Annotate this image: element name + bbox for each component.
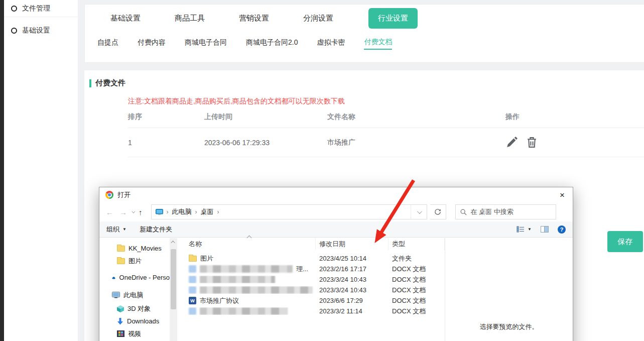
refresh-icon bbox=[434, 208, 441, 215]
tree-scrollbar[interactable] bbox=[170, 238, 177, 341]
breadcrumb-separator: › bbox=[167, 208, 169, 215]
file-row-marketing-agreement[interactable]: W 市场推广协议 2023/6/6 17:29 DOCX 文档 bbox=[177, 295, 445, 306]
tab-profit-settings[interactable]: 分润设置 bbox=[286, 14, 350, 23]
tree-label: 3D 对象 bbox=[127, 304, 151, 313]
radio-circle-icon bbox=[11, 28, 17, 34]
primary-tabs: 基础设置 商品工具 营销设置 分润设置 行业设置 bbox=[85, 5, 644, 32]
word-doc-icon: W bbox=[189, 297, 196, 304]
refresh-button[interactable] bbox=[430, 204, 446, 219]
title-accent-bar bbox=[89, 79, 91, 87]
folder-icon bbox=[117, 246, 125, 252]
file-row-redacted[interactable]: 理... 2023/2/16 17:17 DOCX 文档 bbox=[177, 264, 445, 274]
computer-icon bbox=[156, 209, 163, 215]
col-header-file-name: 文件名称 bbox=[327, 112, 505, 122]
col-type-label: 类型 bbox=[392, 240, 405, 249]
organize-menu[interactable]: 组织 ▼ bbox=[106, 225, 126, 234]
file-type: DOCX 文档 bbox=[389, 265, 445, 274]
help-icon[interactable]: ? bbox=[558, 225, 566, 234]
window-edge-strip bbox=[0, 0, 4, 341]
delete-icon[interactable] bbox=[526, 136, 538, 149]
address-dropdown-icon[interactable] bbox=[411, 205, 427, 219]
tab-pickup-point[interactable]: 自提点 bbox=[97, 38, 118, 49]
cell-actions bbox=[505, 136, 644, 149]
breadcrumb-separator: › bbox=[217, 208, 219, 215]
tab-paid-documents[interactable]: 付费文档 bbox=[364, 38, 392, 50]
redacted-file-icon bbox=[189, 265, 196, 273]
sidebar-item-label: 基础设置 bbox=[22, 26, 50, 35]
redacted-file-icon bbox=[189, 307, 196, 315]
table-row: 1 2023-06-06 17:29:33 市场推广 bbox=[128, 128, 644, 157]
file-type: DOCX 文档 bbox=[389, 286, 445, 295]
view-mode-button[interactable]: ▼ bbox=[517, 226, 532, 233]
cell-upload-time: 2023-06-06 17:29:33 bbox=[204, 139, 327, 147]
col-date-label: 修改日期 bbox=[319, 240, 345, 249]
tab-virtual-card[interactable]: 虚拟卡密 bbox=[317, 38, 345, 49]
redacted-name bbox=[200, 307, 288, 315]
scroll-up-icon[interactable] bbox=[170, 238, 177, 246]
file-row-pictures[interactable]: 图片 2023/4/25 10:14 文件夹 bbox=[177, 253, 445, 264]
chrome-icon bbox=[105, 191, 113, 199]
tree-item-onedrive[interactable]: OneDrive - Perso bbox=[99, 270, 170, 285]
file-name: 市场推广协议 bbox=[200, 296, 239, 305]
new-folder-button[interactable]: 新建文件夹 bbox=[140, 225, 172, 234]
scrollbar-thumb[interactable] bbox=[171, 249, 176, 309]
tree-label: 图片 bbox=[128, 257, 142, 266]
edit-icon[interactable] bbox=[505, 136, 518, 149]
close-icon[interactable]: × bbox=[558, 190, 567, 200]
address-bar[interactable]: › 此电脑 › 桌面 › bbox=[151, 204, 427, 219]
col-header-date[interactable]: 修改日期 bbox=[316, 238, 389, 250]
file-row-redacted[interactable]: 2023/3/24 10:43 DOCX 文档 bbox=[177, 274, 445, 285]
organize-label: 组织 bbox=[106, 225, 119, 234]
cell-file-name: 市场推广 bbox=[327, 138, 505, 147]
file-list-header: 名称 修改日期 类型 bbox=[177, 238, 445, 250]
file-row-redacted[interactable]: 2023/3/2 11:14 DOCX 文档 bbox=[177, 306, 445, 316]
tree-item-kk-movies[interactable]: KK_Movies bbox=[99, 242, 170, 255]
tree-item-pictures-folder[interactable]: 图片 bbox=[99, 255, 170, 267]
search-box[interactable]: 在 桌面 中搜索 bbox=[455, 204, 556, 219]
dialog-nav-bar: ← → ↑ › 此电脑 › 桌面 › bbox=[99, 202, 573, 221]
col-header-type[interactable]: 类型 bbox=[389, 238, 445, 250]
tab-mall-econtract-2[interactable]: 商城电子合同2.0 bbox=[246, 38, 298, 49]
file-date: 2023/6/6 17:29 bbox=[316, 297, 389, 304]
up-icon[interactable]: ↑ bbox=[137, 208, 144, 216]
folder-tree: KK_Movies 图片 OneDrive - Perso bbox=[99, 238, 170, 341]
preview-pane: 选择要预览的文件。 bbox=[445, 238, 573, 341]
tree-item-this-pc[interactable]: 此电脑 bbox=[99, 288, 170, 302]
dialog-toolbar: 组织 ▼ 新建文件夹 ▼ ? bbox=[99, 221, 573, 238]
redacted-name bbox=[200, 265, 293, 273]
section-title-text: 付费文件 bbox=[95, 78, 125, 88]
file-list: 名称 修改日期 类型 图片 2023/4/25 10:14 bbox=[177, 238, 445, 341]
forward-icon[interactable]: → bbox=[118, 208, 128, 216]
redacted-name bbox=[200, 276, 275, 283]
breadcrumb: › 此电脑 › 桌面 › bbox=[152, 207, 411, 216]
tab-paid-content[interactable]: 付费内容 bbox=[138, 38, 166, 49]
preview-placeholder-text: 选择要预览的文件。 bbox=[480, 322, 539, 331]
sidebar-item-basic-settings[interactable]: 基础设置 bbox=[4, 22, 78, 39]
sidebar-item-file-management[interactable]: 文件管理 bbox=[4, 0, 78, 17]
section-title: 付费文件 bbox=[84, 70, 644, 88]
organize-caret-icon: ▼ bbox=[122, 227, 126, 232]
file-rows: 图片 2023/4/25 10:14 文件夹 理... 2023/2/16 17… bbox=[177, 250, 445, 316]
tab-product-tools[interactable]: 商品工具 bbox=[158, 14, 222, 23]
file-date: 2023/2/16 17:17 bbox=[316, 265, 389, 273]
file-row-redacted[interactable]: 2023/3/24 10:43 DOCX 文档 bbox=[177, 285, 445, 295]
tab-marketing-settings[interactable]: 营销设置 bbox=[222, 14, 286, 23]
tab-mall-econtract[interactable]: 商城电子合同 bbox=[185, 38, 227, 49]
tree-item-videos[interactable]: 视频 bbox=[99, 327, 170, 340]
back-icon[interactable]: ← bbox=[104, 208, 115, 216]
tree-item-downloads[interactable]: Downloads bbox=[99, 315, 170, 327]
history-chevron-icon[interactable] bbox=[132, 209, 135, 213]
preview-pane-icon[interactable] bbox=[541, 226, 549, 233]
tab-industry-settings[interactable]: 行业设置 bbox=[368, 8, 418, 29]
file-date: 2023/4/25 10:14 bbox=[316, 255, 389, 262]
tree-label: 此电脑 bbox=[123, 291, 143, 300]
new-folder-label: 新建文件夹 bbox=[140, 225, 172, 234]
col-header-name[interactable]: 名称 bbox=[177, 238, 316, 250]
search-icon bbox=[460, 209, 467, 215]
tab-basic-settings[interactable]: 基础设置 bbox=[93, 14, 158, 23]
tree-item-3d-objects[interactable]: 3D 对象 bbox=[99, 302, 170, 315]
save-button[interactable]: 保存 bbox=[607, 231, 643, 252]
breadcrumb-this-pc[interactable]: 此电脑 bbox=[172, 207, 192, 216]
dialog-title-bar[interactable]: 打开 × bbox=[99, 187, 573, 202]
breadcrumb-desktop[interactable]: 桌面 bbox=[201, 207, 214, 216]
